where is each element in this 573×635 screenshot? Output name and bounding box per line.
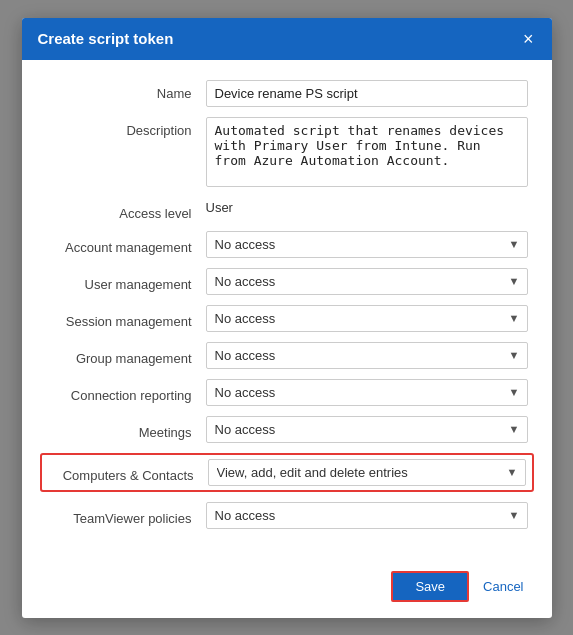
permission-label: Group management <box>46 345 206 366</box>
modal-header: Create script token × <box>22 18 552 60</box>
cancel-button[interactable]: Cancel <box>479 573 527 600</box>
permission-row: User managementNo accessView entriesView… <box>46 268 528 295</box>
modal-overlay: Create script token × Name Description A… <box>0 0 573 635</box>
name-input[interactable] <box>206 80 528 107</box>
name-label: Name <box>46 80 206 101</box>
permission-row: Computers & ContactsNo accessView entrie… <box>40 453 534 492</box>
permission-select[interactable]: No accessView entriesView, add, edit and… <box>206 342 528 369</box>
access-level-row: Access level User <box>46 200 528 221</box>
permission-label: Session management <box>46 308 206 329</box>
access-level-value-wrap: User <box>206 200 528 215</box>
permission-label: Connection reporting <box>46 382 206 403</box>
permission-row: Group managementNo accessView entriesVie… <box>46 342 528 369</box>
access-level-label: Access level <box>46 200 206 221</box>
permission-row: MeetingsNo accessView entriesView, add, … <box>46 416 528 443</box>
modal-dialog: Create script token × Name Description A… <box>22 18 552 618</box>
save-button[interactable]: Save <box>391 571 469 602</box>
permission-label: Meetings <box>46 419 206 440</box>
name-input-wrap <box>206 80 528 107</box>
permission-select[interactable]: No accessView entriesView, add, edit and… <box>206 502 528 529</box>
description-row: Description Automated script that rename… <box>46 117 528 190</box>
access-level-value: User <box>206 194 233 215</box>
permission-row: Connection reportingNo accessView entrie… <box>46 379 528 406</box>
permission-row: Account managementNo accessView entriesV… <box>46 231 528 258</box>
permission-rows: Account managementNo accessView entriesV… <box>46 231 528 529</box>
permission-label: TeamViewer policies <box>46 505 206 526</box>
modal-body: Name Description Automated script that r… <box>22 60 552 559</box>
permission-label: Account management <box>46 234 206 255</box>
description-textarea[interactable]: Automated script that renames devices wi… <box>206 117 528 187</box>
description-input-wrap: Automated script that renames devices wi… <box>206 117 528 190</box>
permission-label: Computers & Contacts <box>48 462 208 483</box>
close-button[interactable]: × <box>521 30 536 48</box>
description-label: Description <box>46 117 206 138</box>
modal-title: Create script token <box>38 30 174 47</box>
permission-select[interactable]: No accessView entriesView, add, edit and… <box>206 305 528 332</box>
permission-select[interactable]: No accessView entriesView, add, edit and… <box>206 379 528 406</box>
permission-row: Session managementNo accessView entriesV… <box>46 305 528 332</box>
permission-label: User management <box>46 271 206 292</box>
permission-select[interactable]: No accessView entriesView, add, edit and… <box>206 268 528 295</box>
permission-row: TeamViewer policiesNo accessView entries… <box>46 502 528 529</box>
modal-footer: Save Cancel <box>22 559 552 618</box>
permission-select[interactable]: No accessView entriesView, add, edit and… <box>206 416 528 443</box>
permission-select[interactable]: No accessView entriesView, add, edit and… <box>208 459 526 486</box>
name-row: Name <box>46 80 528 107</box>
permission-select[interactable]: No accessView entriesView, add, edit and… <box>206 231 528 258</box>
